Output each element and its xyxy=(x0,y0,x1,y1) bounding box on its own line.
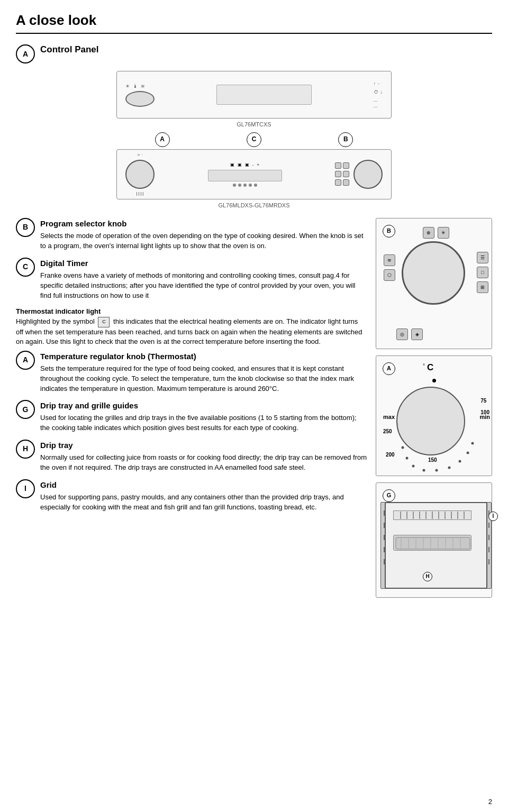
section-i-title: Grid xyxy=(40,479,367,490)
panel-top-left-controls: ☀ 🌡 ≋ xyxy=(125,83,155,107)
abc-label-b: B xyxy=(338,132,353,147)
right-small-icons xyxy=(335,162,349,186)
svg-point-4 xyxy=(423,469,425,472)
panel-bottom: ○· |||| ▣ ▣ ▣ - + xyxy=(116,149,392,199)
svg-point-9 xyxy=(471,442,474,445)
knob-b-bottom xyxy=(353,160,383,189)
grid-lines-svg xyxy=(395,512,469,519)
prog-right-icons: ☰ □ ⊞ xyxy=(477,252,488,293)
panel-bottom-center: ▣ ▣ ▣ - + xyxy=(208,162,282,187)
prog-icon1: ▣ xyxy=(230,162,234,168)
thermostat-symbol: C xyxy=(98,317,110,327)
prog-sm-3 xyxy=(335,171,341,177)
label-h-circle: H xyxy=(16,440,35,459)
svg-point-3 xyxy=(412,465,415,468)
svg-rect-31 xyxy=(396,537,470,549)
fan-icon: ≋ xyxy=(141,83,145,90)
prog-icon-b1: ◎ xyxy=(396,329,408,340)
section-b-text: Selects the mode of operation of the ove… xyxy=(40,231,367,251)
oven-outer-box: I xyxy=(385,502,487,589)
timer-display xyxy=(208,170,282,181)
control-panel-diagrams: ☀ 🌡 ≋ ↑ - ⏱ ↓ —— GL76MTCXS A C B xyxy=(16,71,492,213)
panel-bottom-left: ○· |||| xyxy=(125,152,155,196)
page-title: A close look xyxy=(16,11,492,34)
drip-tray-shape xyxy=(393,535,471,551)
section-b-row: B Program selector knob Selects the mode… xyxy=(16,218,367,256)
thermostat-text: Highlighted by the symbol C this indicat… xyxy=(16,317,367,346)
top-right-controls: ↑ - ⏱ ↓ —— xyxy=(374,80,383,110)
a-circle-diag: A xyxy=(383,362,395,375)
prog-knob-diagram-box: B ⊕ ✳ ☰ □ ⊞ ≋ ⬡ xyxy=(376,218,492,349)
top-display-screen xyxy=(216,85,312,105)
td3 xyxy=(243,184,247,187)
label-i-circle: I xyxy=(16,479,35,498)
section-i-text: Used for supporting pans, pastry moulds,… xyxy=(40,492,367,513)
section-i-row: I Grid Used for supporting pans, pastry … xyxy=(16,479,367,517)
timer-icons: ▣ ▣ ▣ - + xyxy=(230,162,259,168)
degree-symbol: ° xyxy=(423,362,425,370)
top-left-icons: ☀ 🌡 ≋ xyxy=(125,83,155,90)
h-label-circle: H xyxy=(423,572,432,581)
td1 xyxy=(233,184,236,187)
timer-icon: ⏱ xyxy=(374,89,378,96)
svg-point-6 xyxy=(448,467,451,469)
model-label-1: GL76MTCXS xyxy=(237,121,271,129)
prog-icon-grill: ✳ xyxy=(438,227,449,239)
section-a-temp-row: A Temperature regulator knob (Thermostat… xyxy=(16,351,367,398)
section-g-title: Drip tray and grille guides xyxy=(40,400,367,411)
prog-plus: + xyxy=(257,162,260,168)
thermostat-title: Thermostat indicator light xyxy=(16,307,367,316)
mode-icon: ☀ xyxy=(125,83,130,90)
section-c-row: C Digital Timer Franke ovens have a vari… xyxy=(16,258,367,305)
right-column: B ⊕ ✳ ☰ □ ⊞ ≋ ⬡ xyxy=(376,218,492,598)
dash-icon: - xyxy=(378,80,379,87)
section-c-content: Digital Timer Franke ovens have a variet… xyxy=(40,258,367,305)
abc-label-c: C xyxy=(247,132,261,147)
section-g-content: Drip tray and grille guides Used for loc… xyxy=(40,400,367,437)
knob-scale: |||| xyxy=(137,191,143,196)
temp-250-label: 250 xyxy=(383,428,392,435)
oven-diagram: G xyxy=(380,487,492,593)
sun-icon: ○ xyxy=(137,152,140,158)
prog-sm-4 xyxy=(343,171,349,177)
prog-sm-5 xyxy=(335,179,341,186)
section-a-temp-text: Sets the temperature required for the ty… xyxy=(40,364,367,394)
left-top-icons: ○· xyxy=(137,152,142,158)
icon-row-2 xyxy=(335,171,349,177)
grid-shelf xyxy=(393,510,471,520)
prog-sm-6 xyxy=(343,179,349,186)
temp-100: 100 xyxy=(480,409,489,416)
panel-top: ☀ 🌡 ≋ ↑ - ⏱ ↓ —— xyxy=(116,71,392,118)
prog-icon-r1: ☰ xyxy=(477,252,488,263)
prog-dash: - xyxy=(252,162,254,168)
temp-right-labels: 75 100 xyxy=(480,397,489,416)
panel-bottom-right xyxy=(335,160,383,189)
label-b-circle: B xyxy=(16,218,35,237)
section-h-title: Drip tray xyxy=(40,440,367,451)
knob-a-bottom xyxy=(125,160,155,189)
top-right-icons2: ⏱ ↓ xyxy=(374,89,383,96)
prog-knob-diagram: B ⊕ ✳ ☰ □ ⊞ ≋ ⬡ xyxy=(380,223,492,344)
top-right-labels: —— xyxy=(374,98,383,110)
abc-label-a: A xyxy=(155,132,170,147)
main-content: B Program selector knob Selects the mode… xyxy=(16,218,492,598)
prog-bottom-icons: ◎ ◈ xyxy=(396,329,423,340)
section-a-temp-content: Temperature regulator knob (Thermostat) … xyxy=(40,351,367,398)
svg-point-5 xyxy=(436,469,438,472)
section-c-text: Franke ovens have a variety of methods o… xyxy=(40,271,367,301)
section-g-row: G Drip tray and grille guides Used for l… xyxy=(16,400,367,437)
prog-icon2: ▣ xyxy=(238,162,242,168)
section-g-text: Used for locating the grilles and drip t… xyxy=(40,413,367,433)
td4 xyxy=(249,184,252,187)
svg-point-1 xyxy=(402,446,404,449)
label-a-circle: A xyxy=(16,44,35,63)
down-icon: ↓ xyxy=(380,89,383,96)
prog-sm-2 xyxy=(343,162,349,169)
prog-sm-1 xyxy=(335,162,341,169)
temp-index-dot xyxy=(432,379,436,382)
dot-icon: · xyxy=(141,152,142,158)
prog-icon-b2: ◈ xyxy=(411,329,423,340)
td5 xyxy=(254,184,257,187)
prog-left-icons: ≋ ⬡ xyxy=(384,254,395,281)
prog-icon-l2: ⬡ xyxy=(384,269,395,281)
